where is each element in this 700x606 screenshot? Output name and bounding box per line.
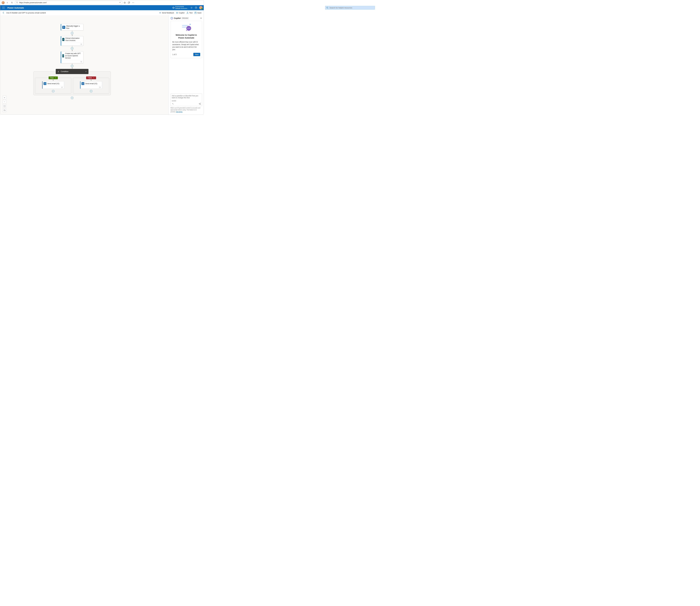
svg-point-7 xyxy=(4,7,5,7)
svg-point-24 xyxy=(81,44,81,44)
add-step-button[interactable]: + xyxy=(71,97,73,99)
add-action-true[interactable]: + xyxy=(52,90,54,92)
condition-title: Condition xyxy=(61,70,68,72)
chevron-up-icon xyxy=(55,77,56,78)
favorites-icon[interactable] xyxy=(124,2,126,4)
add-step-button[interactable]: + xyxy=(71,32,73,34)
flow-extract-node[interactable]: Extract information from invoices xyxy=(61,36,84,46)
browser-refresh[interactable] xyxy=(10,1,14,4)
copilot-char-count: 0/2000 xyxy=(172,100,201,102)
svg-point-4 xyxy=(134,2,134,3)
chevron-down-icon[interactable] xyxy=(85,71,87,72)
copilot-input-box[interactable]: 0/2000 xyxy=(170,94,202,106)
true-action-node[interactable]: Send email (V2) xyxy=(42,81,64,89)
env-name: Default environm... xyxy=(176,7,188,9)
environment-picker[interactable]: Environments Default environm... xyxy=(172,6,188,9)
url-bar[interactable]: https://make.powerautomate.com/ xyxy=(15,1,122,5)
svg-point-25 xyxy=(63,55,64,56)
svg-point-10 xyxy=(4,7,5,8)
svg-point-15 xyxy=(172,7,174,8)
save-button[interactable]: Save xyxy=(194,12,202,14)
browser-back[interactable] xyxy=(6,1,9,4)
close-icon[interactable] xyxy=(200,17,202,19)
condition-node[interactable]: Condition xyxy=(56,69,89,74)
svg-point-20 xyxy=(177,13,178,13)
svg-point-11 xyxy=(2,8,3,9)
svg-point-3 xyxy=(133,2,133,3)
zoom-out-button[interactable]: − xyxy=(3,100,6,103)
flow-canvas[interactable]: + − Manually trigger a flow + xyxy=(0,15,169,115)
svg-point-0 xyxy=(17,2,18,3)
copilot-next-button[interactable]: Next xyxy=(193,53,200,56)
app-launcher-icon[interactable] xyxy=(1,5,6,10)
copilot-toggle-button[interactable]: Copilot xyxy=(176,12,184,14)
true-action-title: Send email (V2) xyxy=(47,83,60,85)
true-branch: True Send email (V2) + xyxy=(35,78,71,94)
svg-rect-33 xyxy=(182,25,188,26)
copilot-logo-icon xyxy=(170,17,173,20)
svg-point-17 xyxy=(191,7,192,8)
flow-gpt-node[interactable]: Create text with GPT on Azure OpenAI Ser… xyxy=(61,51,84,63)
test-button[interactable]: Test xyxy=(186,12,193,14)
svg-point-13 xyxy=(4,8,5,9)
peek-icon[interactable] xyxy=(80,61,82,63)
copilot-illustration xyxy=(172,23,200,32)
openai-icon xyxy=(62,54,64,57)
svg-rect-1 xyxy=(128,2,130,3)
svg-rect-22 xyxy=(195,12,196,13)
peek-icon[interactable] xyxy=(61,87,63,88)
settings-icon[interactable] xyxy=(190,6,193,9)
copilot-welcome-card: Welcome to Copilot in Power Automate Be … xyxy=(170,21,202,58)
back-button[interactable] xyxy=(2,11,5,14)
outlook-icon xyxy=(44,82,46,85)
read-aloud-icon[interactable] xyxy=(119,2,121,4)
false-branch: False Send email (V2) + xyxy=(73,78,109,94)
environment-icon xyxy=(172,6,174,9)
peek-icon[interactable] xyxy=(80,44,82,45)
flow-trigger-node[interactable]: Manually trigger a flow xyxy=(61,24,84,30)
true-chip[interactable]: True xyxy=(48,76,58,79)
svg-point-16 xyxy=(172,7,174,8)
zoom-in-button[interactable]: + xyxy=(3,96,6,99)
svg-point-30 xyxy=(100,87,100,88)
condition-icon xyxy=(57,71,60,72)
add-step-button[interactable]: + xyxy=(71,47,73,50)
add-step-button[interactable]: + xyxy=(71,65,73,67)
svg-rect-27 xyxy=(44,83,46,84)
see-terms-link[interactable]: See terms xyxy=(176,111,182,113)
svg-point-36 xyxy=(187,28,188,28)
send-icon[interactable] xyxy=(199,103,201,105)
preview-badge: PREVIEW xyxy=(182,17,189,19)
minimap-button[interactable] xyxy=(3,108,6,112)
svg-point-23 xyxy=(63,39,64,40)
help-icon[interactable] xyxy=(195,6,197,9)
user-avatar[interactable] xyxy=(199,6,203,9)
svg-point-5 xyxy=(2,7,3,7)
sparkle-icon[interactable] xyxy=(172,103,174,105)
ai-builder-icon xyxy=(62,38,64,41)
outlook-icon xyxy=(81,82,84,85)
trigger-icon xyxy=(62,26,65,29)
copilot-welcome-heading: Welcome to Copilot in Power Automate xyxy=(172,33,200,39)
gpt-title: Create text with GPT on Azure OpenAI Ser… xyxy=(65,52,82,59)
false-action-node[interactable]: Send email (V2) xyxy=(80,81,102,89)
false-chip[interactable]: False xyxy=(86,76,96,79)
app-title[interactable]: Power Automate xyxy=(7,6,24,9)
add-action-false[interactable]: + xyxy=(90,90,92,92)
flow-title: Use AI Builder and GPT to process email … xyxy=(6,12,46,14)
svg-point-6 xyxy=(3,7,4,7)
fit-button[interactable] xyxy=(3,104,6,108)
url-text: https://make.powerautomate.com/ xyxy=(19,2,118,4)
copilot-textarea[interactable] xyxy=(172,95,201,99)
peek-icon[interactable] xyxy=(99,87,101,88)
svg-point-28 xyxy=(62,87,62,88)
collections-icon[interactable] xyxy=(128,2,130,4)
copilot-welcome-text: Be more efficient than ever with AI assi… xyxy=(172,41,200,51)
svg-rect-21 xyxy=(195,12,196,14)
extract-title: Extract information from invoices xyxy=(66,37,82,42)
send-feedback-button[interactable]: Send feedback xyxy=(159,12,174,14)
svg-point-12 xyxy=(3,8,4,9)
svg-point-9 xyxy=(3,7,4,8)
more-icon[interactable] xyxy=(132,2,134,4)
profile-avatar[interactable] xyxy=(2,1,5,4)
